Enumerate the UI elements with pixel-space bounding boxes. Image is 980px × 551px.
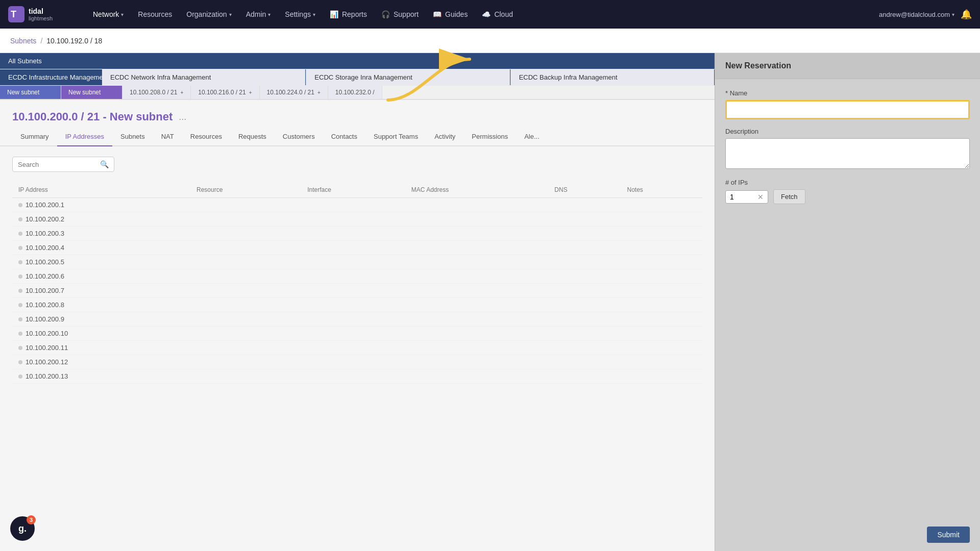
resource-cell <box>190 241 301 255</box>
search-box[interactable]: 🔍 <box>12 157 114 172</box>
table-row[interactable]: 10.100.200.10 <box>12 327 702 341</box>
num-ips-input[interactable] <box>730 193 755 201</box>
submit-button[interactable]: Submit <box>927 527 970 543</box>
dns-cell <box>548 255 621 269</box>
ip-status-dot <box>18 346 22 350</box>
notes-cell <box>621 341 702 355</box>
user-menu[interactable]: andrew@tidalcloud.com ▾ <box>879 11 954 18</box>
headset-icon: 🎧 <box>381 10 390 18</box>
dns-cell <box>548 327 621 341</box>
notification-bell[interactable]: 🔔 <box>961 9 972 20</box>
nav-item-reports[interactable]: 📊 Reports <box>324 7 373 21</box>
mac-address-cell <box>405 255 549 269</box>
ip-address-table: IP Address Resource Interface MAC Addres… <box>12 182 702 384</box>
book-icon: 📖 <box>433 10 442 18</box>
interface-cell <box>301 355 405 369</box>
interface-cell <box>301 255 405 269</box>
table-row[interactable]: 10.100.200.5 <box>12 255 702 269</box>
dns-cell <box>548 298 621 312</box>
table-row[interactable]: 10.100.200.8 <box>12 298 702 312</box>
ip-address-cell: 10.100.200.1 <box>12 198 190 212</box>
table-row[interactable]: 10.100.200.12 <box>12 355 702 369</box>
hierarchy-ecdc-network[interactable]: ECDC Network Infra Management <box>102 69 306 85</box>
tab-permissions[interactable]: Permissions <box>463 128 516 146</box>
tab-nat[interactable]: NAT <box>153 128 182 146</box>
g2-badge[interactable]: g. 3 <box>10 516 35 541</box>
fetch-button[interactable]: Fetch <box>773 189 805 204</box>
notes-cell <box>621 369 702 384</box>
tab-support-teams[interactable]: Support Teams <box>365 128 426 146</box>
table-row[interactable]: 10.100.200.1 <box>12 198 702 212</box>
subnet-more-menu[interactable]: ... <box>179 112 186 122</box>
subnet-chip-224[interactable]: 10.100.224.0 / 21 + <box>260 86 328 99</box>
nav-item-admin[interactable]: Admin ▾ <box>240 7 277 21</box>
search-input[interactable] <box>18 161 97 168</box>
user-email: andrew@tidalcloud.com <box>879 11 950 18</box>
tab-ip-addresses[interactable]: IP Addresses <box>57 128 112 146</box>
breadcrumb-subnets[interactable]: Subnets <box>10 37 36 45</box>
table-row[interactable]: 10.100.200.9 <box>12 312 702 327</box>
nav-item-organization[interactable]: Organization ▾ <box>180 7 237 21</box>
logo[interactable]: T tidal lightmesh <box>8 6 75 22</box>
table-row[interactable]: 10.100.200.11 <box>12 341 702 355</box>
table-row[interactable]: 10.100.200.13 <box>12 369 702 384</box>
resource-cell <box>190 327 301 341</box>
interface-cell <box>301 369 405 384</box>
tab-requests[interactable]: Requests <box>230 128 275 146</box>
dns-cell <box>548 284 621 298</box>
description-label: Description <box>725 128 970 135</box>
mac-address-cell <box>405 369 549 384</box>
ip-address-cell: 10.100.200.8 <box>12 298 190 312</box>
num-ips-clear-icon[interactable]: ✕ <box>757 193 764 201</box>
nav-item-resources[interactable]: Resources <box>132 7 178 21</box>
tab-activity[interactable]: Activity <box>426 128 463 146</box>
ip-address-cell: 10.100.200.12 <box>12 355 190 369</box>
table-row[interactable]: 10.100.200.7 <box>12 284 702 298</box>
resource-cell <box>190 198 301 212</box>
subnet-chip-new-purple[interactable]: New subnet <box>61 86 122 99</box>
table-row[interactable]: 10.100.200.6 <box>12 269 702 284</box>
ip-status-dot <box>18 332 22 336</box>
tab-subnets[interactable]: Subnets <box>112 128 153 146</box>
name-label: * Name <box>725 89 970 97</box>
hierarchy-all-subnets[interactable]: All Subnets <box>0 53 715 69</box>
tab-contacts[interactable]: Contacts <box>323 128 365 146</box>
subnet-chip-216[interactable]: 10.100.216.0 / 21 + <box>191 86 259 99</box>
notes-cell <box>621 284 702 298</box>
subnet-chip-232[interactable]: 10.100.232.0 / <box>328 86 382 99</box>
notes-cell <box>621 312 702 327</box>
description-input[interactable] <box>725 138 970 169</box>
hierarchy-ecdc-storage[interactable]: ECDC Storage Inra Management <box>306 69 510 85</box>
table-row[interactable]: 10.100.200.4 <box>12 241 702 255</box>
interface-cell <box>301 241 405 255</box>
resource-cell <box>190 255 301 269</box>
ip-address-cell: 10.100.200.6 <box>12 269 190 284</box>
hierarchy-ecdc-infra[interactable]: ECDC Infrastructure Management <box>0 69 102 85</box>
tab-customers[interactable]: Customers <box>275 128 323 146</box>
resource-cell <box>190 284 301 298</box>
logo-name-line1: tidal <box>29 7 53 15</box>
mac-address-cell <box>405 198 549 212</box>
nav-item-support[interactable]: 🎧 Support <box>375 7 425 21</box>
tab-ale[interactable]: Ale... <box>516 128 548 146</box>
logo-icon: T <box>8 6 24 22</box>
nav-item-settings[interactable]: Settings ▾ <box>279 7 322 21</box>
nav-item-guides[interactable]: 📖 Guides <box>427 7 474 21</box>
table-row[interactable]: 10.100.200.2 <box>12 212 702 227</box>
ip-address-cell: 10.100.200.2 <box>12 212 190 227</box>
nav-item-network[interactable]: Network ▾ <box>87 7 130 21</box>
col-notes: Notes <box>621 182 702 198</box>
tab-summary[interactable]: Summary <box>12 128 57 146</box>
nav-item-cloud[interactable]: ☁️ Cloud <box>476 7 519 21</box>
arrow-icon: + <box>317 90 321 95</box>
subnet-chip-new-blue[interactable]: New subnet <box>0 86 61 99</box>
ip-status-dot <box>18 374 22 379</box>
subnet-chip-208[interactable]: 10.100.208.0 / 21 + <box>122 86 191 99</box>
hierarchy-ecdc-backup[interactable]: ECDC Backup Infra Management <box>510 69 715 85</box>
tab-resources[interactable]: Resources <box>182 128 230 146</box>
table-row[interactable]: 10.100.200.3 <box>12 227 702 241</box>
notes-cell <box>621 227 702 241</box>
logo-name-line2: lightmesh <box>29 15 53 21</box>
interface-cell <box>301 269 405 284</box>
name-input[interactable] <box>725 100 970 119</box>
